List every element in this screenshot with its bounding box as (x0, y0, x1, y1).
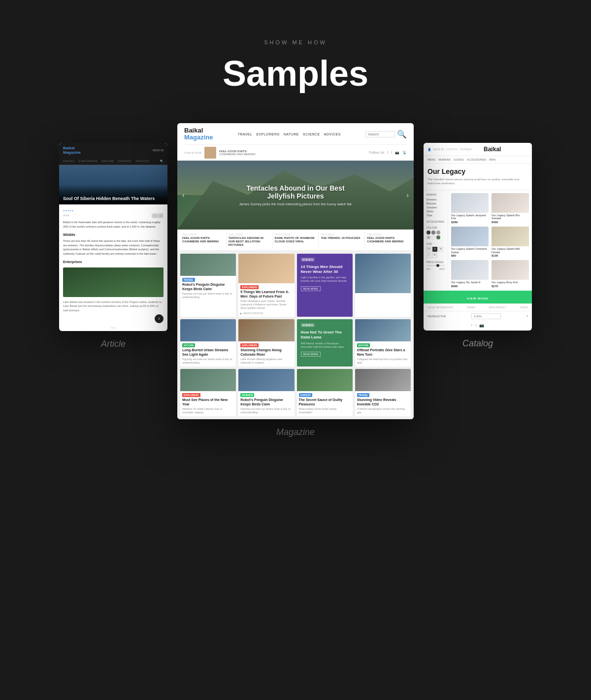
strip-item-3[interactable]: What's New RARE PHOTO OF RAINBOW CLOUD G… (273, 232, 319, 249)
facebook-icon[interactable]: f (387, 151, 388, 154)
hero-title: Tentacles Abound in Our Best Jellyfish P… (236, 184, 355, 200)
card-7-read-more[interactable]: READ MORE (301, 352, 321, 357)
content-row-1: TRAVEL Robot's Penguin Disguise Keeps Bi… (180, 254, 411, 317)
card-8: NATURE Offbeat Portraits Give Stars a Ne… (355, 319, 411, 367)
footer-legal[interactable]: LEGAL INFORMATION (427, 306, 453, 309)
article-nav-science[interactable]: SCIENCE (118, 160, 131, 163)
strip-item-4[interactable]: With Help THE TRENDS: #2 POUCHES (319, 232, 365, 249)
card-5-title: Long-Buried Urban Streams See Light Agai… (182, 348, 234, 357)
article-search-icon[interactable]: 🔍 (160, 160, 164, 163)
color-white[interactable] (431, 235, 435, 239)
hero-prev-arrow[interactable]: ‹ (182, 191, 185, 199)
newsletter-submit[interactable]: › (526, 314, 528, 318)
strip-item-5[interactable]: The latest FEEL-GOOD KNITS: CASHMERE AND… (365, 232, 411, 249)
card-4 (355, 254, 411, 317)
product-1-image (451, 193, 489, 213)
search-input[interactable] (365, 131, 395, 137)
catalog-nav-mens[interactable]: MENS (427, 158, 435, 161)
view-more-button[interactable]: VIEW MORE (467, 297, 489, 300)
product-2-name: Our Legacy Splash 60s Sweater (492, 214, 529, 220)
mag-logo-main: Baikal (184, 127, 213, 134)
newsletter-input[interactable] (471, 313, 501, 319)
card-3-read-more[interactable]: READ MORE (301, 286, 321, 291)
footer-sizing[interactable]: SIZING (520, 306, 528, 309)
size-xl[interactable]: XL (432, 253, 437, 258)
twitter-icon[interactable]: t (391, 151, 392, 154)
article-hero-title: Soul Of Siberia Hidden Beneath The Water… (63, 196, 164, 201)
product-2-image (492, 193, 529, 213)
catalog-country[interactable]: RUSSIA (460, 148, 471, 151)
strip-item-2[interactable]: The latest TENTACLES ABOUND IN OUR BEST … (227, 232, 273, 249)
content-row-2: NATURE Long-Buried Urban Streams See Lig… (180, 319, 411, 367)
footer-instagram[interactable]: 📷 (479, 323, 484, 328)
article-nav-explorers[interactable]: EXPLORERS (79, 160, 98, 163)
card-6-tag: EXPLORERS (240, 343, 259, 347)
card-11-tag: GADGET (299, 393, 312, 397)
article-logo-main: Baikal (63, 146, 81, 150)
size-xs[interactable]: XS (427, 247, 431, 252)
featured-category: Food & Drink (184, 151, 201, 154)
card-5-body: NATURE Long-Buried Urban Streams See Lig… (180, 341, 236, 367)
footer-facebook[interactable]: f (471, 323, 472, 328)
card-8-title: Offbeat Portraits Give Stars a New Turn (357, 348, 409, 357)
catalog-nav-goods[interactable]: GOODS (454, 158, 463, 161)
mag-nav-explorers[interactable]: EXPLORERS (256, 133, 279, 136)
footer-terms[interactable]: TERMS (466, 306, 475, 309)
mag-nav-nature[interactable]: NATURE (284, 133, 299, 136)
card-6: EXPLORERS Stunning Changes Along Colorad… (238, 319, 294, 367)
footer-twitter[interactable]: t (475, 323, 476, 328)
instagram-icon[interactable]: 📷 (395, 151, 399, 154)
article-sign-in[interactable]: SIGN IN (153, 149, 164, 152)
size-l[interactable]: L (427, 253, 431, 258)
color-green[interactable] (436, 235, 440, 239)
hero-next-arrow[interactable]: › (406, 191, 409, 199)
catalog-nav: MENS WOMENS GOODS ACCESSORIES BRAI (424, 156, 532, 164)
catalog-header: 👤 SIGN IN COUNTRY: RUSSIA Baikal (424, 143, 532, 156)
card-12-tag: TRAVEL (357, 393, 370, 397)
article-panel-wrapper: Baikal Magazine SIGN IN TRAVEL EXPLORERS… (59, 123, 167, 349)
color-gray[interactable] (431, 231, 435, 234)
article-nav-travel[interactable]: TRAVEL (63, 160, 75, 163)
card-2-tag: EXPLORERS (240, 285, 259, 289)
mag-nav-advices[interactable]: ADVICES (324, 133, 341, 136)
catalog-nav-accessories[interactable]: ACCESSORIES (467, 158, 487, 161)
card-7-text: Will Harvey recalls a Himalayan encounte… (301, 342, 349, 349)
content-grid: TRAVEL Robot's Penguin Disguise Keeps Bi… (177, 251, 414, 419)
product-1-price: $280 (451, 221, 489, 224)
card-9: EXPLORERS Must See Places of the New Yea… (180, 369, 236, 416)
magazine-header: Baikal Magazine TRAVEL EXPLORERS NATURE … (177, 123, 414, 161)
card-7-tag: SCIENCE (301, 323, 315, 327)
article-nav-nature[interactable]: NATURE (101, 160, 114, 163)
mag-nav-science[interactable]: SCIENCE (303, 133, 320, 136)
footer-data[interactable]: DATA PRIVACY (489, 306, 506, 309)
catalog-sign-in[interactable]: SIGN IN (433, 148, 444, 151)
product-1: Our Legacy Splash Jacquard Knit $280 (451, 193, 489, 224)
catalog-nav-brai[interactable]: BRAI (489, 158, 495, 161)
product-3-name: Our Legacy Splash Crewneck Sweat (451, 247, 489, 254)
card-5-text: Figuring out how our brains work is key … (182, 358, 234, 365)
search-icon[interactable]: 🔍 (397, 130, 407, 139)
article-next-arrow[interactable]: › (155, 314, 164, 323)
size-m[interactable]: M (438, 247, 443, 252)
strip-item-1[interactable]: The latest FEEL-GOOD KNITS: CASHMERE AND… (180, 232, 227, 249)
rss-icon[interactable]: 📡 (402, 151, 407, 154)
catalog-footer: LEGAL INFORMATION TERMS DATA PRIVACY SIZ… (424, 303, 532, 311)
price-slider[interactable] (427, 265, 445, 266)
card-12-image (355, 369, 411, 391)
catalog-nav-womens[interactable]: WOMENS (438, 158, 451, 161)
color-light[interactable] (436, 231, 440, 234)
article-header: Baikal Magazine SIGN IN (59, 143, 167, 158)
magazine-label: Magazine (276, 427, 315, 437)
card-2-watch[interactable]: ▶ WATCH PHOTOS (240, 312, 292, 315)
card-8-tag: NATURE (357, 343, 370, 347)
color-silver[interactable] (427, 235, 430, 239)
card-11: GADGET The Secret Sauce of Guilty Pleasu… (297, 369, 353, 416)
article-nav-advices[interactable]: ADVICES (135, 160, 149, 163)
article-hero-image: Soul Of Siberia Hidden Beneath The Water… (59, 165, 167, 204)
size-s[interactable]: S (432, 247, 437, 252)
color-dark[interactable] (427, 231, 430, 234)
magazine-strip: The latest FEEL-GOOD KNITS: CASHMERE AND… (177, 230, 414, 251)
article-logo-sub: Magazine (63, 150, 81, 155)
mag-nav-travel[interactable]: TRAVEL (238, 133, 253, 136)
card-10-title: Robot's Penguin Disguise Keeps Birds Cal… (240, 398, 292, 406)
